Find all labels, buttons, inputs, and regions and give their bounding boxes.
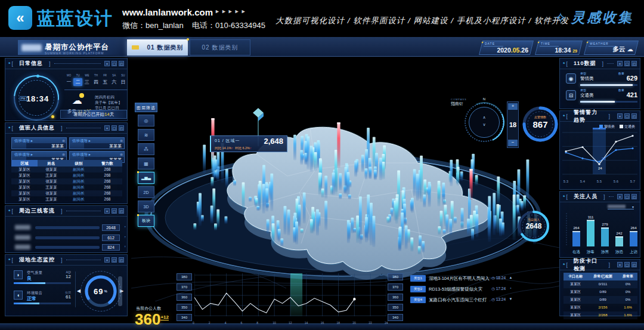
logo-text[interactable]: 蓝蓝设计	[37, 7, 113, 31]
window-icon[interactable]: ▢	[624, 61, 630, 66]
close-icon[interactable]: ×	[104, 208, 110, 214]
panel-passenger-flow: *[周边三线客流] ×▢◰ 2648↑612↑824↑	[5, 205, 128, 253]
compass[interactable]: N ∧ ∨	[465, 103, 504, 142]
zoom-level: 18	[509, 121, 516, 128]
inspiration-collect[interactable]: ✧ 灵感收集	[555, 8, 633, 27]
weekday-cn[interactable]: 六	[110, 78, 119, 86]
x-axis-label: 20	[352, 321, 356, 325]
layer-button-2d[interactable]: 2D	[138, 186, 154, 198]
office-count-value: 360+12	[135, 310, 169, 329]
weather-box: WEATHER 多云 ☁	[584, 41, 639, 55]
table-row: 某某区张某某副局长268	[11, 166, 122, 172]
expand-icon[interactable]: ◰	[119, 208, 124, 214]
svg-text:242: 242	[616, 232, 623, 235]
alert-text: 某路口有小汽车违闯三个红灯	[429, 297, 487, 303]
weekday-cn[interactable]: 五	[101, 78, 110, 86]
weekday-cn[interactable]: 一	[64, 78, 73, 86]
expand-icon[interactable]: ◰	[119, 61, 124, 66]
close-icon[interactable]: ⊗	[62, 152, 65, 156]
close-icon[interactable]: ×	[617, 113, 623, 119]
duty-leader-card[interactable]: 值班领导 ▸⊗某某某	[11, 137, 67, 149]
table-cell: 副局长	[65, 166, 92, 172]
table-row: 某某区2/1561.6%	[564, 304, 637, 312]
flow-value: 2648	[102, 224, 120, 231]
lunar-line: 闰四月初四	[95, 94, 122, 100]
close-icon[interactable]: ⊗	[120, 152, 123, 156]
date-label: DATE	[484, 42, 503, 47]
window-icon[interactable]: ▢	[112, 257, 117, 263]
close-icon[interactable]: ⊗	[120, 138, 123, 143]
window-icon[interactable]: ▢	[624, 194, 630, 199]
lanlan-logo-icon[interactable]: «	[8, 6, 32, 30]
table-cell: 268	[92, 190, 122, 196]
map-zoom-control: + 18 −	[507, 101, 519, 148]
noise-metric-value: 61	[66, 294, 71, 300]
layer-button-group[interactable]: ⁂	[138, 143, 154, 155]
eco-gauge: 69%	[83, 274, 118, 309]
window-icon[interactable]: ▢	[624, 262, 630, 267]
flow-bar-row: 2648↑	[11, 224, 126, 232]
expand-icon[interactable]: ◰	[119, 125, 124, 131]
table-cell: 副局长	[65, 184, 92, 190]
expand-icon[interactable]: ◰	[631, 262, 637, 267]
flow-bar-track	[35, 226, 100, 229]
column-header[interactable]: 级别	[65, 160, 92, 166]
panel-110-data: *[110数据] ×▢◰ ◉类型警情类数量629⊟类型交通类数量421	[559, 58, 640, 109]
close-icon[interactable]: ×	[104, 257, 110, 263]
close-icon[interactable]: ×	[617, 194, 623, 199]
layer-button-building[interactable]: ▦	[138, 158, 154, 169]
focus-filter-dropdown[interactable]: ▾	[608, 205, 634, 209]
expand-icon[interactable]: ◰	[631, 61, 637, 66]
alert-scroll-down[interactable]: ▼	[508, 297, 513, 301]
layer-button-signal[interactable]: ≋	[138, 129, 154, 141]
close-icon[interactable]: ×	[617, 262, 623, 267]
noise-icon: ◖	[14, 291, 23, 300]
alert-time: ◷ 17:24	[491, 286, 506, 291]
weekday-cn[interactable]: 日	[119, 78, 128, 86]
column-header[interactable]: 姓名	[38, 160, 65, 166]
weekday-cn[interactable]: 二	[73, 78, 82, 86]
close-icon[interactable]: ×	[617, 61, 623, 66]
tab-data-category-2[interactable]: 02 数据类别	[190, 39, 250, 55]
window-icon[interactable]: ▢	[112, 208, 117, 214]
expand-icon[interactable]: ◰	[631, 194, 637, 199]
website-url[interactable]: www.lanlanwork.com	[122, 7, 213, 17]
column-header[interactable]: 警力数	[92, 160, 122, 166]
weekday-cn[interactable]: 三	[82, 78, 91, 86]
column-header[interactable]: 区域	[11, 160, 38, 166]
tab-data-category-1[interactable]: 01 数据类别	[127, 39, 188, 55]
alert-list-item[interactable]: 类型2RD13-53烟感报警疑似火灾◷ 17:24	[410, 285, 506, 294]
layer-button-bar-chart[interactable]: ▂▅▃	[138, 172, 154, 184]
close-icon[interactable]: ×	[104, 61, 110, 66]
weekday-cn[interactable]: 四	[91, 78, 100, 86]
gauge-scrollbar[interactable]	[118, 276, 122, 306]
layer-button-blocks[interactable]: 板块	[138, 215, 154, 227]
layer-button-3d[interactable]: 3D	[138, 201, 154, 212]
panel-duty-personnel: *[值班人员信息] ×▢◰ 值班领导 ▸⊗某某某值班领导 ▸⊗某某某值班领导 ▸…	[5, 122, 128, 204]
duty-leader-card[interactable]: 值班领导 ▸⊗某某某	[69, 137, 125, 149]
blurred-line-label	[15, 235, 30, 240]
expand-icon[interactable]: ◰	[631, 113, 637, 119]
expand-icon[interactable]: ◰	[119, 257, 124, 263]
window-icon[interactable]: ▢	[112, 61, 117, 66]
zoom-in-button[interactable]: +	[508, 103, 518, 110]
alert-list-item[interactable]: 类型1湿地3-104片区有不明人员闯入◷ 18:24	[410, 275, 506, 283]
table-cell: 副局长	[65, 190, 92, 196]
close-icon[interactable]: ×	[104, 125, 110, 131]
alert-scroll-dot: ●	[508, 286, 513, 289]
tooltip-rates: 同比 14.1%↑ 环比 6.2%↑	[215, 146, 252, 150]
alarm-type-row: ⊟类型交通类数量421	[566, 88, 637, 104]
window-icon[interactable]: ▢	[624, 113, 630, 119]
bar-chart-icon: ▂▅▃	[141, 175, 151, 180]
window-icon[interactable]: ▢	[112, 125, 117, 131]
checkpoint-header: 卡口名称异常/已检测异常率	[564, 273, 637, 280]
alert-scroll-up[interactable]: ▲	[508, 276, 513, 279]
sun-cloud-icon: ☁	[72, 94, 82, 107]
up-arrow-icon: ↑	[125, 235, 126, 239]
zoom-out-button[interactable]: −	[508, 140, 518, 146]
clock-time: 18:34	[15, 94, 60, 103]
layer-button-location[interactable]: ◎	[138, 115, 154, 127]
alert-time: ◷ 18:24	[491, 276, 506, 280]
alert-list-item[interactable]: 类型4某路口有小汽车违闯三个红灯◷ 13:24	[410, 296, 506, 304]
close-icon[interactable]: ⊗	[62, 138, 65, 143]
